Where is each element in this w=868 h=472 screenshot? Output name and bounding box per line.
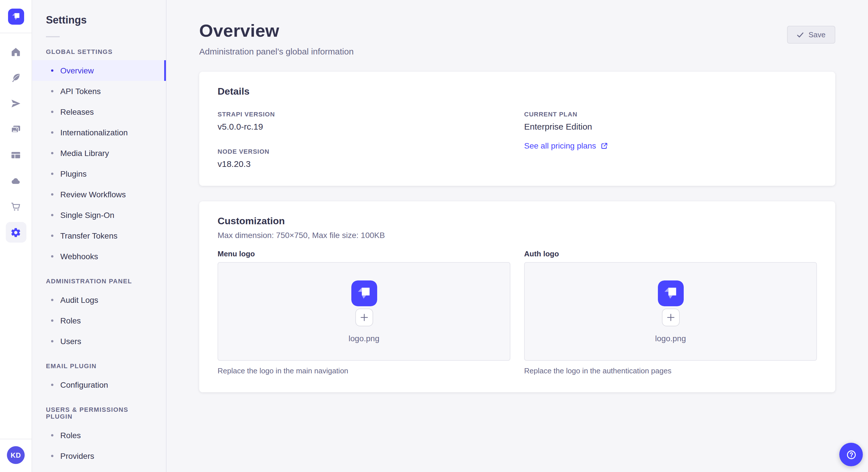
save-button-label: Save bbox=[809, 30, 826, 39]
details-card-title: Details bbox=[218, 86, 817, 98]
cloud-icon[interactable] bbox=[5, 170, 26, 191]
settings-nav: Settings GLOBAL SETTINGS Overview API To… bbox=[32, 0, 166, 472]
layout-icon[interactable] bbox=[5, 144, 26, 165]
nav-item-webhooks[interactable]: Webhooks bbox=[32, 246, 166, 267]
node-version-label: NODE VERSION bbox=[218, 148, 510, 155]
nav-item-overview[interactable]: Overview bbox=[32, 60, 166, 81]
customization-card-title: Customization bbox=[218, 216, 817, 227]
auth-logo-preview bbox=[658, 280, 683, 306]
gear-icon[interactable] bbox=[5, 222, 26, 243]
nav-item-single-sign-on[interactable]: Single Sign-On bbox=[32, 205, 166, 225]
nav-item-plugins[interactable]: Plugins bbox=[32, 164, 166, 184]
auth-logo-block: Auth logo logo.png Replace the logo in t… bbox=[524, 249, 817, 375]
nav-item-review-workflows[interactable]: Review Workflows bbox=[32, 184, 166, 205]
rail-divider bbox=[0, 33, 32, 33]
logo-grid: Menu logo logo.png Replace the logo in t… bbox=[218, 249, 817, 375]
icon-rail: KD bbox=[0, 0, 32, 472]
nav-item-label: API Tokens bbox=[60, 87, 101, 96]
pricing-plans-link[interactable]: See all pricing plans bbox=[524, 141, 608, 150]
media-library-icon[interactable] bbox=[5, 119, 26, 139]
auth-logo-label: Auth logo bbox=[524, 249, 817, 258]
nav-item-label: Roles bbox=[60, 316, 81, 325]
bullet-icon bbox=[51, 299, 53, 301]
rail-icons bbox=[5, 41, 26, 243]
feather-icon[interactable] bbox=[5, 67, 26, 88]
nav-item-label: Single Sign-On bbox=[60, 210, 114, 220]
bullet-icon bbox=[51, 384, 53, 386]
auth-logo-dropzone[interactable]: logo.png bbox=[524, 262, 817, 361]
bullet-icon bbox=[51, 69, 53, 72]
nav-item-up-roles[interactable]: Roles bbox=[32, 425, 166, 446]
node-version-value: v18.20.3 bbox=[218, 159, 510, 169]
details-grid: STRAPI VERSION v5.0.0-rc.19 NODE VERSION… bbox=[218, 111, 817, 169]
auth-logo-caption: Replace the logo in the authentication p… bbox=[524, 367, 817, 375]
current-plan-value: Enterprise Edition bbox=[524, 122, 817, 131]
nav-item-label: Providers bbox=[60, 451, 94, 461]
strapi-version-label: STRAPI VERSION bbox=[218, 111, 510, 117]
nav-item-internationalization[interactable]: Internationalization bbox=[32, 122, 166, 143]
plus-icon bbox=[360, 313, 368, 322]
app-window: KD Settings GLOBAL SETTINGS Overview API… bbox=[0, 0, 868, 472]
home-icon[interactable] bbox=[5, 41, 26, 62]
customization-card-subtitle: Max dimension: 750×750, Max file size: 1… bbox=[218, 231, 817, 240]
strapi-logo[interactable] bbox=[8, 9, 24, 25]
nav-item-api-tokens[interactable]: API Tokens bbox=[32, 81, 166, 102]
nav-item-label: Configuration bbox=[60, 380, 108, 390]
bullet-icon bbox=[51, 455, 53, 457]
nav-item-label: Releases bbox=[60, 107, 94, 116]
page-header-text: Overview Administration panel’s global i… bbox=[199, 21, 353, 56]
rail-bottom: KD bbox=[0, 439, 32, 472]
nav-item-label: Audit Logs bbox=[60, 295, 98, 305]
question-mark-icon bbox=[845, 449, 857, 460]
pricing-plans-link-label: See all pricing plans bbox=[524, 141, 596, 150]
bullet-icon bbox=[51, 434, 53, 436]
nav-item-label: Plugins bbox=[60, 169, 87, 178]
bullet-icon bbox=[51, 319, 53, 322]
details-card: Details STRAPI VERSION v5.0.0-rc.19 NODE… bbox=[199, 72, 835, 186]
nav-item-admin-users[interactable]: Users bbox=[32, 331, 166, 351]
menu-logo-preview bbox=[351, 280, 377, 306]
nav-item-media-library[interactable]: Media Library bbox=[32, 143, 166, 164]
cart-icon[interactable] bbox=[5, 196, 26, 217]
nav-item-transfer-tokens[interactable]: Transfer Tokens bbox=[32, 225, 166, 246]
auth-logo-filename: logo.png bbox=[655, 334, 686, 343]
customization-card: Customization Max dimension: 750×750, Ma… bbox=[199, 201, 835, 392]
menu-logo-caption: Replace the logo in the main navigation bbox=[218, 367, 510, 375]
main-content: Overview Administration panel’s global i… bbox=[166, 0, 868, 472]
details-right-column: CURRENT PLAN Enterprise Edition See all … bbox=[524, 111, 817, 169]
details-left-column: STRAPI VERSION v5.0.0-rc.19 NODE VERSION… bbox=[218, 111, 510, 169]
nav-item-label: Media Library bbox=[60, 148, 109, 158]
node-version-field: NODE VERSION v18.20.3 bbox=[218, 148, 510, 169]
page-header: Overview Administration panel’s global i… bbox=[199, 21, 835, 56]
bullet-icon bbox=[51, 131, 53, 134]
bullet-icon bbox=[51, 111, 53, 113]
current-plan-field: CURRENT PLAN Enterprise Edition bbox=[524, 111, 817, 131]
nav-item-admin-roles[interactable]: Roles bbox=[32, 310, 166, 331]
nav-item-email-configuration[interactable]: Configuration bbox=[32, 374, 166, 395]
nav-item-up-providers[interactable]: Providers bbox=[32, 446, 166, 466]
paper-plane-icon[interactable] bbox=[5, 93, 26, 113]
bullet-icon bbox=[51, 90, 53, 92]
bullet-icon bbox=[51, 173, 53, 175]
current-plan-label: CURRENT PLAN bbox=[524, 111, 817, 117]
nav-item-label: Review Workflows bbox=[60, 190, 126, 199]
menu-logo-filename: logo.png bbox=[348, 334, 379, 343]
menu-logo-dropzone[interactable]: logo.png bbox=[218, 262, 510, 361]
auth-logo-add-button[interactable] bbox=[662, 308, 679, 326]
nav-item-releases[interactable]: Releases bbox=[32, 102, 166, 122]
nav-item-label: Webhooks bbox=[60, 252, 98, 261]
page-subtitle: Administration panel’s global informatio… bbox=[199, 46, 353, 56]
menu-logo-label: Menu logo bbox=[218, 249, 510, 258]
menu-logo-add-button[interactable] bbox=[355, 308, 373, 326]
bullet-icon bbox=[51, 214, 53, 216]
nav-item-label: Internationalization bbox=[60, 128, 128, 137]
nav-item-label: Roles bbox=[60, 431, 81, 440]
nav-section-administration-panel: ADMINISTRATION PANEL bbox=[46, 278, 152, 284]
avatar[interactable]: KD bbox=[7, 446, 25, 464]
save-button[interactable]: Save bbox=[787, 26, 835, 43]
nav-section-users-permissions-plugin: USERS & PERMISSIONS PLUGIN bbox=[46, 406, 152, 420]
nav-item-audit-logs[interactable]: Audit Logs bbox=[32, 290, 166, 310]
help-button[interactable] bbox=[839, 443, 863, 466]
plus-icon bbox=[666, 313, 675, 322]
nav-item-label: Transfer Tokens bbox=[60, 231, 117, 240]
